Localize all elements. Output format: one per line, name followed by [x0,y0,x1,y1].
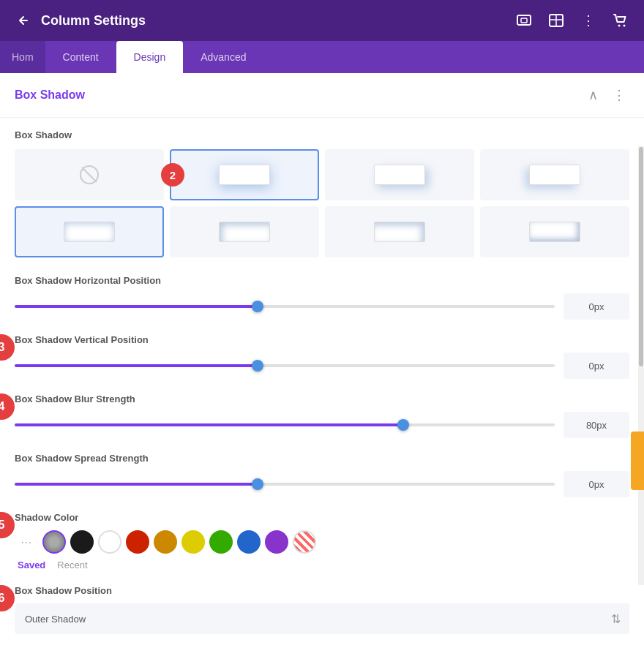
vertical-position-control: 0px [15,353,629,379]
cart-icon[interactable] [609,9,632,32]
preset-inset-corner[interactable] [480,206,629,257]
swatch-purple[interactable] [265,530,288,554]
vertical-position-label: Box Shadow Vertical Position [15,334,629,345]
more-options-icon[interactable]: ⋮ [577,9,600,32]
spread-strength-row: Box Shadow Spread Strength 0px [15,453,629,497]
shadow-color-label: Shadow Color [15,512,629,523]
svg-point-6 [624,25,626,27]
swatch-white[interactable] [98,530,121,554]
step-badge-3: 3 [0,341,4,354]
swatch-green[interactable] [209,530,233,554]
svg-rect-0 [517,15,531,25]
tab-advanced[interactable]: Advanced [183,41,263,73]
top-bar: Column Settings ⋮ [0,0,644,41]
section-header-icons: ∧ ⋮ [583,85,629,105]
collapse-icon[interactable]: ∧ [583,85,603,105]
preset-outer-center[interactable]: 2 [170,149,319,200]
preset-inset-center[interactable] [15,206,164,257]
horizontal-position-row: Box Shadow Horizontal Position 0px [15,275,629,320]
swatch-gray[interactable] [42,530,66,554]
back-button[interactable] [12,9,35,32]
step-badge-6: 6 [0,592,4,605]
section-title: Box Shadow [15,88,85,102]
swatch-yellow[interactable] [181,530,205,554]
swatch-red[interactable] [126,530,149,554]
box-shadow-preset-grid: 2 [15,149,629,257]
layout-icon[interactable] [544,9,568,32]
color-more-icon[interactable]: ··· [15,530,38,554]
svg-point-5 [618,25,621,27]
shadow-position-label: Box Shadow Position [15,585,629,596]
shadow-color-row: 5 Shadow Color ··· [15,512,629,570]
step-badge-2: 2 [170,169,176,181]
svg-line-8 [82,167,97,182]
svg-rect-1 [521,18,527,23]
shadow-position-row: 6 Box Shadow Position Outer Shadow Inner… [15,585,629,634]
step-badge-4: 4 [0,400,4,413]
color-tab-saved[interactable]: Saved [18,560,45,570]
section-header: Box Shadow ∧ ⋮ [0,73,644,118]
step-badge-5: 5 [0,519,4,532]
tab-content[interactable]: Content [45,41,116,73]
box-shadow-label: Box Shadow [15,129,629,140]
preset-inset-bottom-right[interactable] [325,206,474,257]
preset-outer-bottom-left[interactable] [480,149,629,200]
blur-strength-control: 80px [15,412,629,438]
orange-sidebar-handle[interactable] [631,432,644,490]
vertical-position-input[interactable]: 0px [564,353,629,379]
shadow-position-dropdown-container: Outer Shadow Inner Shadow ⇅ [15,603,629,634]
shadow-position-select[interactable]: Outer Shadow Inner Shadow [15,603,629,634]
spread-strength-control: 0px [15,471,629,497]
blur-strength-label: Box Shadow Blur Strength [15,393,629,404]
color-tab-recent[interactable]: Recent [57,560,87,570]
blur-strength-row: 4 Box Shadow Blur Strength 80px [15,393,629,438]
preset-none[interactable] [15,149,164,200]
vertical-position-slider[interactable] [15,358,555,373]
spread-strength-label: Box Shadow Spread Strength [15,453,629,464]
blur-strength-input[interactable]: 80px [564,412,629,438]
scrollbar-thumb[interactable] [639,147,643,366]
horizontal-position-label: Box Shadow Horizontal Position [15,275,629,286]
horizontal-position-slider[interactable] [15,299,555,314]
blur-strength-slider[interactable] [15,418,555,432]
horizontal-position-input[interactable]: 0px [564,293,629,320]
color-tabs: Saved Recent [15,560,629,570]
page-title: Column Settings [41,13,512,29]
color-swatches-row: ··· [15,530,629,554]
vertical-position-row: 3 Box Shadow Vertical Position 0px [15,334,629,379]
swatch-blue[interactable] [237,530,261,554]
preset-inset-top-left[interactable] [170,206,319,257]
swatch-orange[interactable] [154,530,177,554]
spread-strength-input[interactable]: 0px [564,471,629,497]
home-tab[interactable]: Hom [0,41,45,73]
spread-strength-slider[interactable] [15,477,555,491]
tab-design[interactable]: Design [116,41,184,73]
swatch-black[interactable] [70,530,94,554]
box-shadow-presets-section: Box Shadow 2 [15,129,629,257]
scrollbar[interactable] [638,146,644,585]
preset-outer-bottom-right[interactable] [325,149,474,200]
swatch-none[interactable] [293,530,316,554]
section-menu-icon[interactable]: ⋮ [609,85,629,105]
responsive-icon[interactable] [512,9,536,32]
horizontal-position-control: 0px [15,293,629,320]
top-bar-icons: ⋮ [512,9,632,32]
